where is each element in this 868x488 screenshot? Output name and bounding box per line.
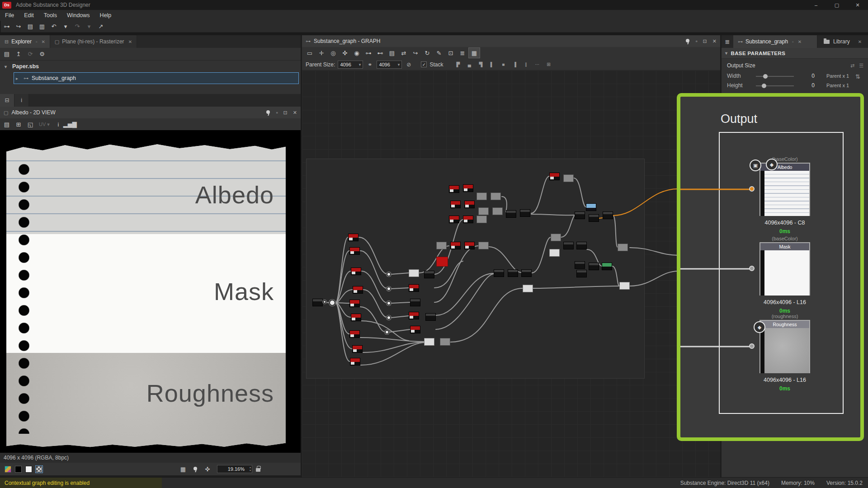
output-connector[interactable]: [749, 266, 755, 271]
close-icon[interactable]: ✕: [798, 39, 802, 44]
output-thumbnail[interactable]: Mask: [760, 242, 810, 296]
graph-dot-node[interactable]: [385, 330, 389, 334]
graph-node[interactable]: [349, 247, 360, 255]
swap-connections-icon[interactable]: ⇄: [398, 47, 410, 58]
graph-node[interactable]: [353, 286, 363, 294]
graph-node[interactable]: [508, 269, 518, 277]
view-3d-badge-icon[interactable]: ◆: [754, 321, 765, 333]
graph-node[interactable]: [478, 207, 489, 215]
graph-node[interactable]: [450, 201, 461, 208]
graph-node[interactable]: [551, 234, 561, 241]
channels-icon[interactable]: [5, 466, 11, 473]
graph-node[interactable]: [351, 267, 361, 275]
refresh-icon[interactable]: ⟳: [24, 49, 36, 60]
menu-edit[interactable]: Edit: [19, 10, 39, 21]
grid-snap-icon[interactable]: ▦: [468, 47, 480, 58]
param-slider[interactable]: [756, 85, 794, 86]
pin-icon[interactable]: [685, 38, 690, 44]
graph-node[interactable]: [549, 173, 560, 180]
comment-icon[interactable]: ✎: [433, 47, 445, 58]
spin-up-icon[interactable]: ▴: [250, 466, 251, 469]
output-connector[interactable]: [749, 186, 755, 192]
graph-dot-node[interactable]: [323, 300, 326, 304]
tab-tree-view[interactable]: ⊟: [0, 94, 14, 107]
graph-node[interactable]: [425, 313, 436, 321]
graph-node[interactable]: [464, 242, 475, 249]
graph-node[interactable]: [424, 338, 434, 346]
menu-help[interactable]: Help: [95, 10, 117, 21]
redo-icon[interactable]: ↷: [71, 21, 83, 32]
view-2d-badge-icon[interactable]: ▣: [750, 160, 761, 171]
frame-all-icon[interactable]: ▭: [304, 47, 316, 58]
material-link-icon[interactable]: ⊷: [374, 47, 386, 58]
align-left-icon[interactable]: ▛: [453, 59, 463, 70]
settings-icon[interactable]: ⚙: [36, 49, 48, 60]
zoom-icon[interactable]: ◉: [351, 47, 363, 58]
open-icon[interactable]: ↪: [13, 21, 24, 32]
base-parameters-header[interactable]: ▾ BASE PARAMETERS: [722, 48, 868, 59]
graph-node[interactable]: [523, 285, 533, 292]
tab-substance-graph-properties[interactable]: ⊶ Substance_graph ▫ ✕: [733, 35, 817, 48]
panel-menu-icon[interactable]: ≣: [722, 36, 733, 47]
menu-windows[interactable]: Windows: [62, 10, 95, 21]
align-middle-icon[interactable]: ■: [498, 59, 508, 70]
close-icon[interactable]: ✕: [41, 39, 45, 44]
graph-dot-node[interactable]: [387, 315, 391, 320]
graph-node[interactable]: [312, 299, 323, 306]
graph-icon[interactable]: ⊶: [1, 21, 13, 32]
lock-zoom-icon[interactable]: [256, 468, 260, 472]
close-icon[interactable]: ✕: [128, 39, 132, 44]
transform-icon[interactable]: ◱: [24, 119, 36, 130]
close-button[interactable]: ✕: [847, 0, 868, 10]
graph-node[interactable]: [586, 203, 596, 211]
pin-icon[interactable]: [265, 110, 271, 116]
graph-node[interactable]: [409, 269, 419, 277]
float-icon[interactable]: ▫: [276, 110, 278, 115]
output-node-roughness[interactable]: (roughness)Roughness◆4096x4096 - L160ms: [741, 314, 828, 393]
graph-node[interactable]: [563, 242, 574, 249]
float-icon[interactable]: ▫: [36, 39, 38, 44]
graph-node[interactable]: [589, 214, 599, 222]
slider-handle[interactable]: [763, 74, 768, 79]
graph-node[interactable]: [506, 210, 516, 218]
publish-icon[interactable]: ↗: [95, 21, 107, 32]
graph-node[interactable]: [464, 201, 475, 208]
output-thumbnail[interactable]: Albedo: [760, 163, 810, 216]
close-icon[interactable]: ✕: [712, 38, 717, 44]
tab-info-view[interactable]: i: [14, 94, 29, 107]
output-node-albedo[interactable]: (baseColor)Albedo▣◆4096x4096 - C80ms: [741, 156, 828, 236]
graph-dot-node[interactable]: [387, 301, 391, 305]
slider-handle[interactable]: [762, 84, 766, 88]
levels-icon[interactable]: ≣: [457, 47, 468, 58]
graph-node[interactable]: [478, 242, 489, 249]
histogram-icon[interactable]: ▂▅▇: [64, 119, 76, 130]
save-icon[interactable]: ▤: [1, 119, 13, 130]
graph-node[interactable]: [491, 192, 501, 200]
graph-canvas[interactable]: [302, 70, 720, 477]
graph-node[interactable]: [549, 249, 560, 257]
graph-node[interactable]: [351, 314, 361, 321]
graph-node[interactable]: [463, 184, 473, 192]
save-icon[interactable]: ▤: [24, 21, 36, 32]
close-icon[interactable]: ✕: [858, 39, 862, 44]
tab-library[interactable]: Library: [833, 38, 850, 45]
float-icon[interactable]: ▫: [696, 38, 698, 44]
graph-node[interactable]: [619, 282, 630, 290]
align-bottom-icon[interactable]: ▐: [509, 59, 519, 70]
maximize-button[interactable]: ▢: [826, 0, 847, 10]
pin-icon[interactable]: [193, 466, 198, 472]
spin-down-icon[interactable]: ▾: [250, 469, 251, 472]
info-icon[interactable]: i: [52, 119, 64, 130]
graph-node[interactable]: [410, 326, 420, 333]
snap-grid-icon[interactable]: ⊞: [543, 59, 553, 70]
focus-icon[interactable]: ✜: [339, 47, 351, 58]
graph-node[interactable]: [476, 192, 487, 200]
distribute-h-icon[interactable]: ∥: [521, 59, 531, 70]
align-right-icon[interactable]: ▜: [476, 59, 486, 70]
menu-tools[interactable]: Tools: [39, 10, 62, 21]
graph-node[interactable]: [563, 174, 574, 182]
graph-node[interactable]: [492, 207, 503, 215]
graph-node[interactable]: [350, 358, 360, 366]
view2d-canvas[interactable]: Albedo Mask Roughness: [0, 130, 301, 453]
graph-node[interactable]: [589, 263, 599, 270]
